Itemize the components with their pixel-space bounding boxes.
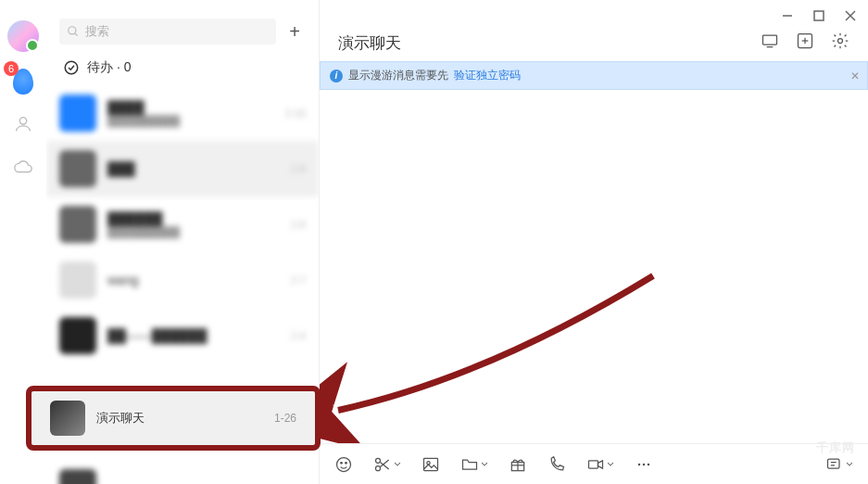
chat-item[interactable]: wang 2-7 (46, 252, 319, 308)
pending-label: 待办 · 0 (87, 59, 131, 76)
history-icon[interactable] (825, 455, 853, 474)
notice-bar: i 显示漫游消息需要先验证独立密码 ✕ (320, 61, 868, 90)
chat-item-time: 1-26 (274, 412, 296, 425)
svg-rect-30 (828, 459, 840, 468)
chat-body (320, 90, 868, 443)
emoji-icon[interactable] (334, 455, 353, 474)
badge-count: 6 (4, 61, 19, 76)
user-avatar[interactable] (7, 20, 39, 52)
image-icon[interactable] (421, 455, 440, 474)
chat-item[interactable]: ███ 2-9 (46, 141, 319, 197)
chat-header: 演示聊天 (320, 32, 868, 61)
svg-point-3 (65, 61, 78, 74)
settings-icon[interactable] (831, 32, 849, 54)
notice-link[interactable]: 验证独立密码 (454, 68, 521, 83)
add-button[interactable]: + (283, 20, 306, 43)
annotation-arrow (320, 90, 868, 443)
chat-item[interactable]: ██████████████ 2-10 (46, 85, 319, 141)
phone-icon[interactable] (547, 455, 566, 474)
svg-point-16 (346, 462, 347, 464)
scissors-icon[interactable] (373, 455, 401, 474)
svg-rect-21 (424, 458, 438, 470)
svg-point-1 (69, 27, 76, 34)
svg-point-15 (341, 462, 343, 464)
maximize-button[interactable] (805, 5, 833, 27)
pending-row[interactable]: 待办 · 0 (46, 52, 319, 85)
notice-close-icon[interactable]: ✕ (850, 70, 860, 83)
chat-title: 演示聊天 (338, 32, 401, 54)
svg-rect-5 (814, 11, 824, 20)
more-icon[interactable] (635, 455, 653, 474)
notice-text: 显示漫游消息需要先 (348, 68, 448, 83)
info-icon: i (330, 70, 343, 83)
svg-point-18 (376, 465, 381, 470)
svg-point-0 (19, 118, 26, 124)
cloud-icon[interactable] (10, 154, 36, 180)
search-input[interactable]: 搜索 (59, 19, 276, 45)
svg-point-13 (838, 39, 843, 44)
watermark: 千库网 (816, 439, 855, 456)
gift-icon[interactable] (509, 455, 527, 474)
chat-item-highlighted[interactable]: 演示聊天 1-26 (31, 391, 315, 445)
chat-item[interactable]: ██——██████ 2-4 (46, 308, 319, 363)
messages-icon[interactable]: 6 (10, 69, 36, 95)
minimize-button[interactable] (774, 5, 801, 27)
chat-item[interactable] (46, 460, 315, 484)
search-placeholder: 搜索 (85, 23, 109, 40)
close-button[interactable] (837, 5, 864, 27)
window-titlebar (320, 0, 868, 32)
main-panel: 演示聊天 i 显示漫游消息需要先验证独立密码 ✕ (320, 0, 868, 484)
svg-rect-8 (763, 35, 777, 45)
svg-point-14 (337, 457, 351, 471)
svg-point-17 (376, 458, 381, 463)
screen-share-icon[interactable] (761, 32, 779, 54)
svg-rect-26 (589, 460, 598, 467)
input-toolbar (320, 443, 868, 484)
svg-point-28 (643, 463, 646, 465)
chat-item-name: 演示聊天 (96, 410, 263, 427)
svg-line-2 (75, 33, 78, 36)
svg-point-29 (648, 463, 650, 465)
chat-item[interactable]: ████████████████ 2-8 (46, 197, 319, 252)
contacts-icon[interactable] (10, 111, 36, 137)
folder-icon[interactable] (460, 455, 488, 474)
video-icon[interactable] (586, 455, 614, 474)
add-panel-icon[interactable] (796, 32, 814, 54)
svg-point-27 (638, 463, 641, 465)
